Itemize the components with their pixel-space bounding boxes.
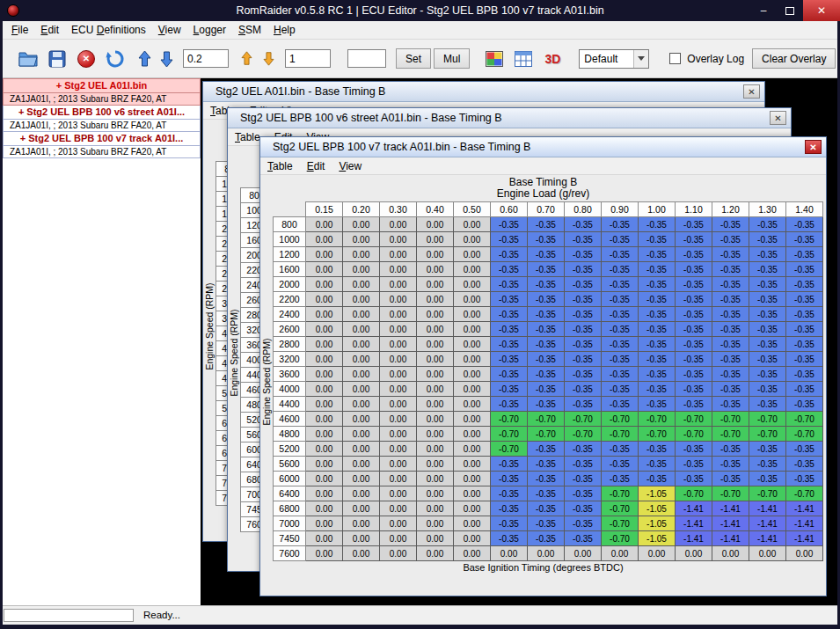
table-cell[interactable]: 0.00 [454, 531, 491, 546]
table-cell[interactable]: -0.35 [491, 232, 528, 247]
table-cell[interactable]: -0.35 [491, 337, 528, 352]
table-cell[interactable]: 0.00 [417, 307, 454, 322]
table-cell[interactable]: -0.70 [491, 412, 528, 427]
table-cell[interactable]: -1.05 [639, 486, 676, 501]
table-cell[interactable]: -0.35 [712, 457, 749, 472]
table-cell[interactable]: 0.00 [380, 277, 417, 292]
table-cell[interactable]: -1.05 [639, 531, 676, 546]
table-cell[interactable]: 0.00 [749, 546, 786, 561]
table-cell[interactable]: -0.35 [786, 247, 823, 262]
table-cell[interactable]: 0.00 [417, 367, 454, 382]
table-cell[interactable]: 0.00 [417, 457, 454, 472]
table-cell[interactable]: 0.00 [380, 292, 417, 307]
table-cell[interactable]: -0.35 [639, 367, 676, 382]
table-cell[interactable]: -1.41 [786, 531, 823, 546]
table-cell[interactable]: 0.00 [343, 352, 380, 367]
refresh-image-button[interactable] [102, 46, 128, 72]
table-cell[interactable]: 0.00 [454, 472, 491, 486]
table-cell[interactable]: 0.00 [306, 397, 343, 412]
table-cell[interactable]: 0.00 [380, 516, 417, 531]
table-cell[interactable]: -0.35 [749, 442, 786, 457]
table-cell[interactable]: -0.70 [676, 427, 712, 442]
table-cell[interactable]: -0.35 [491, 292, 528, 307]
open-image-button[interactable] [15, 46, 41, 72]
table-cell[interactable]: 0.00 [343, 457, 380, 472]
coarse-increment-input[interactable] [285, 49, 331, 68]
table-cell[interactable]: 0.00 [306, 277, 343, 292]
menu-view[interactable]: View [332, 159, 369, 173]
table-cell[interactable]: -0.35 [749, 232, 786, 247]
menu-file[interactable]: File [5, 22, 34, 38]
table-cell[interactable]: -0.35 [786, 262, 823, 277]
table-cell[interactable]: -0.35 [712, 352, 749, 367]
table-cell[interactable]: -0.35 [565, 486, 602, 501]
menu-view[interactable]: View [152, 22, 187, 38]
rom-title[interactable]: + Stg2 UEL BPB 100 v7 track A01I... [4, 132, 200, 145]
table-cell[interactable]: 0.00 [454, 442, 491, 457]
table-cell[interactable]: 0.00 [343, 427, 380, 442]
table-cell[interactable]: -0.35 [749, 217, 786, 232]
table-cell[interactable]: -0.35 [749, 277, 786, 292]
table-cell[interactable]: -0.35 [786, 352, 823, 367]
table-cell[interactable]: -0.35 [676, 232, 712, 247]
table-cell[interactable]: -0.35 [602, 262, 639, 277]
table-cell[interactable]: 0.00 [454, 546, 491, 561]
minimize-button[interactable]: – [750, 0, 777, 21]
table-cell[interactable]: -0.35 [565, 232, 602, 247]
table-cell[interactable]: -0.35 [528, 232, 565, 247]
table-cell[interactable]: 0.00 [306, 472, 343, 486]
table-cell[interactable]: -0.35 [749, 307, 786, 322]
table-cell[interactable]: -0.35 [602, 397, 639, 412]
table-cell[interactable]: 0.00 [417, 232, 454, 247]
table-cell[interactable]: -0.35 [712, 322, 749, 337]
table-cell[interactable]: -0.35 [565, 397, 602, 412]
table-cell[interactable]: -0.35 [491, 217, 528, 232]
table-cell[interactable]: 0.00 [380, 232, 417, 247]
table-cell[interactable]: -0.70 [786, 486, 823, 501]
table-cell[interactable]: -0.35 [528, 262, 565, 277]
table-cell[interactable]: 0.00 [380, 382, 417, 397]
table-cell[interactable]: 0.00 [343, 397, 380, 412]
menu-ssm[interactable]: SSM [232, 22, 267, 38]
table-cell[interactable]: -0.35 [749, 457, 786, 472]
table-cell[interactable]: 0.00 [454, 247, 491, 262]
table-cell[interactable]: -0.35 [565, 531, 602, 546]
table-cell[interactable]: 0.00 [417, 472, 454, 486]
table-cell[interactable]: -0.35 [639, 217, 676, 232]
table-cell[interactable]: -0.35 [565, 442, 602, 457]
table-cell[interactable]: -0.35 [676, 382, 712, 397]
table-cell[interactable]: -0.35 [602, 217, 639, 232]
table-cell[interactable]: -0.35 [602, 307, 639, 322]
table-cell[interactable]: 0.00 [454, 217, 491, 232]
maximize-button[interactable] [777, 0, 803, 21]
table-cell[interactable]: -0.35 [602, 442, 639, 457]
table-cell[interactable]: -0.35 [491, 472, 528, 486]
table-cell[interactable]: 0.00 [343, 247, 380, 262]
table-cell[interactable]: -1.41 [712, 501, 749, 516]
table-cell[interactable]: -0.35 [786, 382, 823, 397]
table-cell[interactable]: -0.35 [712, 277, 749, 292]
table-cell[interactable]: -0.35 [639, 322, 676, 337]
close-image-button[interactable]: ✕ [73, 46, 99, 72]
table-cell[interactable]: 0.00 [380, 322, 417, 337]
table-cell[interactable]: -0.35 [528, 277, 565, 292]
child-titlebar[interactable]: Stg2 UEL A01I.bin - Base Timing B✕ [203, 82, 764, 102]
table-cell[interactable]: -0.70 [491, 427, 528, 442]
table-cell[interactable]: -0.35 [639, 232, 676, 247]
table-cell[interactable]: 0.00 [454, 352, 491, 367]
table-cell[interactable]: -0.35 [749, 322, 786, 337]
table-cell[interactable]: 0.00 [306, 457, 343, 472]
table-cell[interactable]: 0.00 [786, 546, 823, 561]
table-cell[interactable]: 0.00 [417, 546, 454, 561]
table-cell[interactable]: -0.70 [565, 427, 602, 442]
table-cell[interactable]: -0.35 [712, 292, 749, 307]
table-cell[interactable]: -0.35 [786, 232, 823, 247]
table-cell[interactable]: 0.00 [417, 397, 454, 412]
table-cell[interactable]: 0.00 [380, 486, 417, 501]
table-cell[interactable]: 0.00 [380, 457, 417, 472]
table-cell[interactable]: -0.35 [491, 486, 528, 501]
table-cell[interactable]: 0.00 [602, 546, 639, 561]
table-cell[interactable]: -0.35 [639, 352, 676, 367]
table-cell[interactable]: -1.41 [712, 516, 749, 531]
table-cell[interactable]: -0.35 [528, 516, 565, 531]
